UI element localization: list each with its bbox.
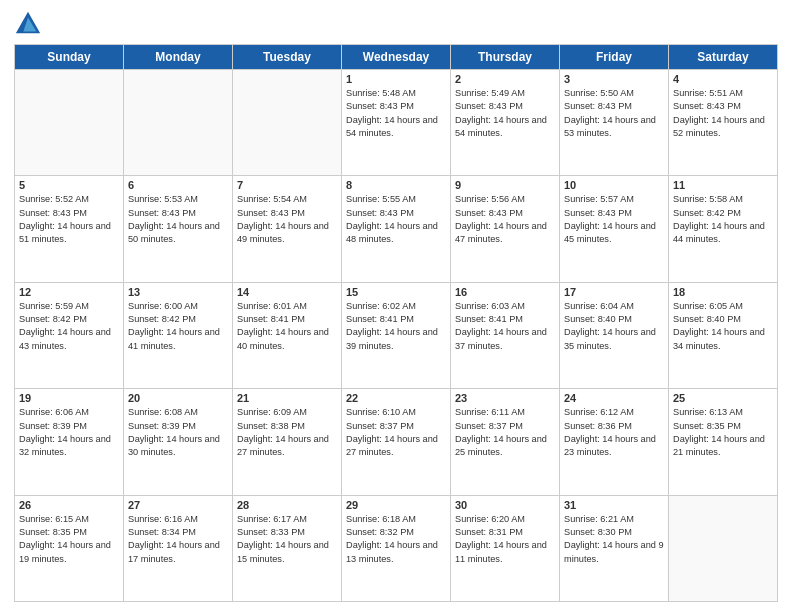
- calendar-cell: 27Sunrise: 6:16 AMSunset: 8:34 PMDayligh…: [124, 495, 233, 601]
- calendar-cell: 15Sunrise: 6:02 AMSunset: 8:41 PMDayligh…: [342, 282, 451, 388]
- day-info: Sunrise: 6:03 AMSunset: 8:41 PMDaylight:…: [455, 300, 555, 353]
- calendar-cell: 28Sunrise: 6:17 AMSunset: 8:33 PMDayligh…: [233, 495, 342, 601]
- logo: [14, 10, 46, 38]
- day-number: 26: [19, 499, 119, 511]
- day-info: Sunrise: 6:02 AMSunset: 8:41 PMDaylight:…: [346, 300, 446, 353]
- calendar-cell: 30Sunrise: 6:20 AMSunset: 8:31 PMDayligh…: [451, 495, 560, 601]
- calendar-cell: [233, 70, 342, 176]
- day-number: 14: [237, 286, 337, 298]
- day-number: 16: [455, 286, 555, 298]
- calendar-cell: 26Sunrise: 6:15 AMSunset: 8:35 PMDayligh…: [15, 495, 124, 601]
- calendar-cell: 25Sunrise: 6:13 AMSunset: 8:35 PMDayligh…: [669, 389, 778, 495]
- day-number: 30: [455, 499, 555, 511]
- weekday-header: Thursday: [451, 45, 560, 70]
- day-info: Sunrise: 5:58 AMSunset: 8:42 PMDaylight:…: [673, 193, 773, 246]
- calendar-cell: 31Sunrise: 6:21 AMSunset: 8:30 PMDayligh…: [560, 495, 669, 601]
- day-info: Sunrise: 6:15 AMSunset: 8:35 PMDaylight:…: [19, 513, 119, 566]
- day-number: 21: [237, 392, 337, 404]
- calendar-cell: 5Sunrise: 5:52 AMSunset: 8:43 PMDaylight…: [15, 176, 124, 282]
- calendar-container: SundayMondayTuesdayWednesdayThursdayFrid…: [0, 0, 792, 612]
- day-info: Sunrise: 6:20 AMSunset: 8:31 PMDaylight:…: [455, 513, 555, 566]
- day-number: 3: [564, 73, 664, 85]
- day-number: 10: [564, 179, 664, 191]
- day-info: Sunrise: 5:48 AMSunset: 8:43 PMDaylight:…: [346, 87, 446, 140]
- day-number: 24: [564, 392, 664, 404]
- calendar-cell: 11Sunrise: 5:58 AMSunset: 8:42 PMDayligh…: [669, 176, 778, 282]
- day-info: Sunrise: 6:08 AMSunset: 8:39 PMDaylight:…: [128, 406, 228, 459]
- day-number: 6: [128, 179, 228, 191]
- calendar-cell: 17Sunrise: 6:04 AMSunset: 8:40 PMDayligh…: [560, 282, 669, 388]
- day-info: Sunrise: 6:12 AMSunset: 8:36 PMDaylight:…: [564, 406, 664, 459]
- calendar-cell: 29Sunrise: 6:18 AMSunset: 8:32 PMDayligh…: [342, 495, 451, 601]
- day-number: 12: [19, 286, 119, 298]
- day-info: Sunrise: 5:53 AMSunset: 8:43 PMDaylight:…: [128, 193, 228, 246]
- calendar-cell: 14Sunrise: 6:01 AMSunset: 8:41 PMDayligh…: [233, 282, 342, 388]
- calendar-cell: [124, 70, 233, 176]
- calendar-cell: 8Sunrise: 5:55 AMSunset: 8:43 PMDaylight…: [342, 176, 451, 282]
- logo-icon: [14, 10, 42, 38]
- day-info: Sunrise: 6:09 AMSunset: 8:38 PMDaylight:…: [237, 406, 337, 459]
- calendar-cell: 20Sunrise: 6:08 AMSunset: 8:39 PMDayligh…: [124, 389, 233, 495]
- calendar-cell: 21Sunrise: 6:09 AMSunset: 8:38 PMDayligh…: [233, 389, 342, 495]
- day-number: 19: [19, 392, 119, 404]
- weekday-header: Friday: [560, 45, 669, 70]
- weekday-header: Sunday: [15, 45, 124, 70]
- day-info: Sunrise: 5:49 AMSunset: 8:43 PMDaylight:…: [455, 87, 555, 140]
- day-info: Sunrise: 6:11 AMSunset: 8:37 PMDaylight:…: [455, 406, 555, 459]
- weekday-header: Monday: [124, 45, 233, 70]
- day-number: 13: [128, 286, 228, 298]
- day-info: Sunrise: 5:51 AMSunset: 8:43 PMDaylight:…: [673, 87, 773, 140]
- day-info: Sunrise: 5:50 AMSunset: 8:43 PMDaylight:…: [564, 87, 664, 140]
- day-info: Sunrise: 6:17 AMSunset: 8:33 PMDaylight:…: [237, 513, 337, 566]
- day-number: 25: [673, 392, 773, 404]
- day-number: 17: [564, 286, 664, 298]
- calendar-cell: 1Sunrise: 5:48 AMSunset: 8:43 PMDaylight…: [342, 70, 451, 176]
- day-number: 15: [346, 286, 446, 298]
- weekday-header: Wednesday: [342, 45, 451, 70]
- calendar-cell: 23Sunrise: 6:11 AMSunset: 8:37 PMDayligh…: [451, 389, 560, 495]
- day-number: 28: [237, 499, 337, 511]
- day-number: 23: [455, 392, 555, 404]
- day-info: Sunrise: 6:01 AMSunset: 8:41 PMDaylight:…: [237, 300, 337, 353]
- calendar-cell: 10Sunrise: 5:57 AMSunset: 8:43 PMDayligh…: [560, 176, 669, 282]
- calendar-cell: 7Sunrise: 5:54 AMSunset: 8:43 PMDaylight…: [233, 176, 342, 282]
- day-number: 2: [455, 73, 555, 85]
- day-number: 5: [19, 179, 119, 191]
- weekday-header-row: SundayMondayTuesdayWednesdayThursdayFrid…: [15, 45, 778, 70]
- day-number: 27: [128, 499, 228, 511]
- calendar-cell: 22Sunrise: 6:10 AMSunset: 8:37 PMDayligh…: [342, 389, 451, 495]
- day-number: 18: [673, 286, 773, 298]
- calendar-cell: 4Sunrise: 5:51 AMSunset: 8:43 PMDaylight…: [669, 70, 778, 176]
- calendar-cell: 3Sunrise: 5:50 AMSunset: 8:43 PMDaylight…: [560, 70, 669, 176]
- day-info: Sunrise: 6:16 AMSunset: 8:34 PMDaylight:…: [128, 513, 228, 566]
- day-number: 22: [346, 392, 446, 404]
- calendar-cell: 13Sunrise: 6:00 AMSunset: 8:42 PMDayligh…: [124, 282, 233, 388]
- day-number: 9: [455, 179, 555, 191]
- calendar-cell: 24Sunrise: 6:12 AMSunset: 8:36 PMDayligh…: [560, 389, 669, 495]
- day-info: Sunrise: 6:06 AMSunset: 8:39 PMDaylight:…: [19, 406, 119, 459]
- day-info: Sunrise: 6:18 AMSunset: 8:32 PMDaylight:…: [346, 513, 446, 566]
- calendar-week-row: 1Sunrise: 5:48 AMSunset: 8:43 PMDaylight…: [15, 70, 778, 176]
- day-info: Sunrise: 6:05 AMSunset: 8:40 PMDaylight:…: [673, 300, 773, 353]
- day-number: 7: [237, 179, 337, 191]
- day-info: Sunrise: 6:10 AMSunset: 8:37 PMDaylight:…: [346, 406, 446, 459]
- calendar-week-row: 19Sunrise: 6:06 AMSunset: 8:39 PMDayligh…: [15, 389, 778, 495]
- calendar-cell: 12Sunrise: 5:59 AMSunset: 8:42 PMDayligh…: [15, 282, 124, 388]
- day-info: Sunrise: 5:59 AMSunset: 8:42 PMDaylight:…: [19, 300, 119, 353]
- calendar-cell: 18Sunrise: 6:05 AMSunset: 8:40 PMDayligh…: [669, 282, 778, 388]
- day-number: 31: [564, 499, 664, 511]
- day-number: 1: [346, 73, 446, 85]
- calendar-cell: 9Sunrise: 5:56 AMSunset: 8:43 PMDaylight…: [451, 176, 560, 282]
- day-info: Sunrise: 5:52 AMSunset: 8:43 PMDaylight:…: [19, 193, 119, 246]
- calendar-table: SundayMondayTuesdayWednesdayThursdayFrid…: [14, 44, 778, 602]
- calendar-cell: 19Sunrise: 6:06 AMSunset: 8:39 PMDayligh…: [15, 389, 124, 495]
- calendar-week-row: 5Sunrise: 5:52 AMSunset: 8:43 PMDaylight…: [15, 176, 778, 282]
- calendar-week-row: 26Sunrise: 6:15 AMSunset: 8:35 PMDayligh…: [15, 495, 778, 601]
- weekday-header: Tuesday: [233, 45, 342, 70]
- calendar-cell: 6Sunrise: 5:53 AMSunset: 8:43 PMDaylight…: [124, 176, 233, 282]
- day-number: 8: [346, 179, 446, 191]
- day-info: Sunrise: 6:00 AMSunset: 8:42 PMDaylight:…: [128, 300, 228, 353]
- weekday-header: Saturday: [669, 45, 778, 70]
- day-number: 20: [128, 392, 228, 404]
- day-info: Sunrise: 6:21 AMSunset: 8:30 PMDaylight:…: [564, 513, 664, 566]
